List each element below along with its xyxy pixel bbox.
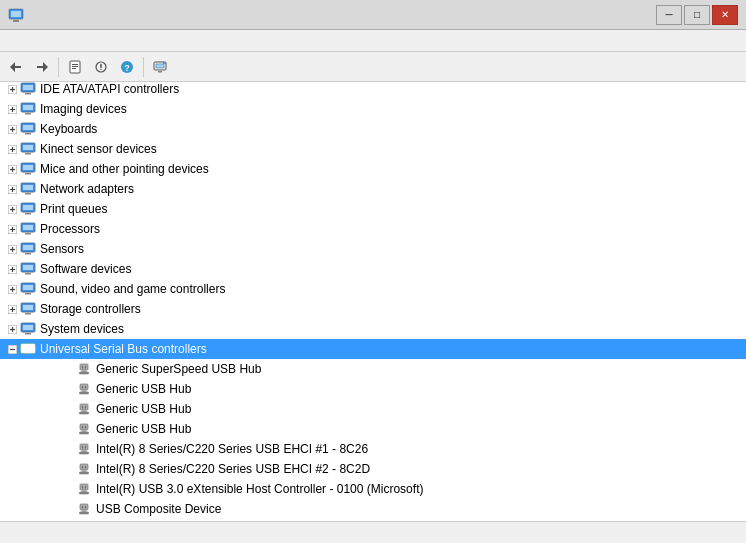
tree-item-imaging[interactable]: Imaging devices <box>0 99 746 119</box>
tree-view[interactable]: IDE ATA/ATAPI controllers Imaging device… <box>0 82 746 521</box>
svg-rect-96 <box>25 293 31 295</box>
tree-item-sound[interactable]: Sound, video and game controllers <box>0 279 746 299</box>
menu-view[interactable] <box>36 39 52 43</box>
item-label-usb-1: Generic SuperSpeed USB Hub <box>96 362 261 376</box>
item-icon-keyboards <box>20 121 36 137</box>
expand-button[interactable] <box>4 101 20 117</box>
tree-item-usb-6[interactable]: Intel(R) 8 Series/C220 Series USB EHCI #… <box>0 459 746 479</box>
tree-item-usb-1[interactable]: Generic SuperSpeed USB Hub <box>0 359 746 379</box>
forward-button[interactable] <box>30 55 54 79</box>
close-button[interactable]: ✕ <box>712 5 738 25</box>
svg-rect-124 <box>80 384 88 390</box>
properties-icon <box>68 60 82 74</box>
item-icon-usb-7 <box>76 481 92 497</box>
tree-item-usb-2[interactable]: Generic USB Hub <box>0 379 746 399</box>
item-label-usb: Universal Serial Bus controllers <box>40 342 207 356</box>
expand-button[interactable] <box>4 161 20 177</box>
menu-help[interactable] <box>52 39 68 43</box>
expand-button[interactable] <box>4 241 20 257</box>
svg-rect-146 <box>80 472 89 474</box>
tree-item-print[interactable]: Print queues <box>0 199 746 219</box>
back-button[interactable] <box>4 55 28 79</box>
svg-text:?: ? <box>124 63 130 73</box>
minimize-button[interactable]: ─ <box>656 5 682 25</box>
svg-rect-129 <box>80 404 88 410</box>
svg-rect-82 <box>25 253 31 255</box>
tree-item-sensors[interactable]: Sensors <box>0 239 746 259</box>
svg-rect-27 <box>23 92 33 93</box>
svg-rect-7 <box>37 66 44 68</box>
tree-item-usb-5[interactable]: Intel(R) 8 Series/C220 Series USB EHCI #… <box>0 439 746 459</box>
item-label-storage: Storage controllers <box>40 302 141 316</box>
svg-rect-2 <box>13 20 19 22</box>
svg-rect-19 <box>158 71 162 73</box>
tree-item-usb[interactable]: Universal Serial Bus controllers <box>0 339 746 359</box>
expand-button[interactable] <box>4 221 20 237</box>
tree-item-system[interactable]: System devices <box>0 319 746 339</box>
item-label-mice: Mice and other pointing devices <box>40 162 209 176</box>
status-bar <box>0 521 746 543</box>
item-icon-ide-ata <box>20 82 36 97</box>
expand-button[interactable] <box>4 141 20 157</box>
svg-rect-156 <box>80 512 89 514</box>
tree-item-keyboards[interactable]: Keyboards <box>0 119 746 139</box>
tree-item-mice[interactable]: Mice and other pointing devices <box>0 159 746 179</box>
expand-button[interactable] <box>4 341 20 357</box>
svg-rect-128 <box>85 386 86 389</box>
item-icon-usb-4 <box>76 421 92 437</box>
help-button[interactable]: ? <box>115 55 139 79</box>
menu-file[interactable] <box>4 39 20 43</box>
tree-item-kinect[interactable]: Kinect sensor devices <box>0 139 746 159</box>
scan-button[interactable] <box>148 55 172 79</box>
menu-action[interactable] <box>20 39 36 43</box>
item-icon-print <box>20 201 36 217</box>
item-label-system: System devices <box>40 322 124 336</box>
tree-item-processors[interactable]: Processors <box>0 219 746 239</box>
svg-rect-109 <box>23 325 33 330</box>
item-label-usb-7: Intel(R) USB 3.0 eXtensible Host Control… <box>96 482 423 496</box>
svg-rect-83 <box>23 252 33 253</box>
svg-rect-121 <box>80 372 89 374</box>
expand-button[interactable] <box>4 121 20 137</box>
tree-item-usb-8[interactable]: USB Composite Device <box>0 499 746 519</box>
svg-rect-88 <box>23 265 33 270</box>
expand-button[interactable] <box>4 82 20 97</box>
expand-button[interactable] <box>4 201 20 217</box>
svg-rect-11 <box>72 68 76 69</box>
svg-rect-81 <box>23 245 33 250</box>
svg-rect-139 <box>80 444 88 450</box>
toolbar-separator-2 <box>143 57 144 77</box>
svg-rect-62 <box>23 192 33 193</box>
menu-bar <box>0 30 746 52</box>
expand-button[interactable] <box>4 321 20 337</box>
svg-rect-74 <box>23 225 33 230</box>
svg-rect-41 <box>23 132 33 133</box>
item-icon-usb-8 <box>76 501 92 517</box>
svg-rect-40 <box>25 133 31 135</box>
expand-button[interactable] <box>4 301 20 317</box>
view-properties-button[interactable] <box>63 55 87 79</box>
expand-button[interactable] <box>4 261 20 277</box>
svg-rect-148 <box>85 466 86 469</box>
properties-button[interactable] <box>89 55 113 79</box>
expand-button[interactable] <box>4 281 20 297</box>
tree-item-storage[interactable]: Storage controllers <box>0 299 746 319</box>
svg-rect-134 <box>80 424 88 430</box>
svg-rect-110 <box>25 333 31 335</box>
tree-item-usb-4[interactable]: Generic USB Hub <box>0 419 746 439</box>
expand-button[interactable] <box>4 181 20 197</box>
svg-rect-137 <box>82 426 83 429</box>
tree-item-software[interactable]: Software devices <box>0 259 746 279</box>
tree-item-usb-7[interactable]: Intel(R) USB 3.0 eXtensible Host Control… <box>0 479 746 499</box>
tree-item-ide-ata[interactable]: IDE ATA/ATAPI controllers <box>0 82 746 99</box>
tree-item-usb-3[interactable]: Generic USB Hub <box>0 399 746 419</box>
properties2-icon <box>94 60 108 74</box>
svg-rect-46 <box>23 145 33 150</box>
tree-item-network[interactable]: Network adapters <box>0 179 746 199</box>
item-label-network: Network adapters <box>40 182 134 196</box>
svg-rect-55 <box>23 172 33 173</box>
tree-item-usb-9[interactable]: USB Root Hub <box>0 519 746 521</box>
svg-rect-75 <box>25 233 31 235</box>
app-icon <box>8 7 24 23</box>
maximize-button[interactable]: □ <box>684 5 710 25</box>
